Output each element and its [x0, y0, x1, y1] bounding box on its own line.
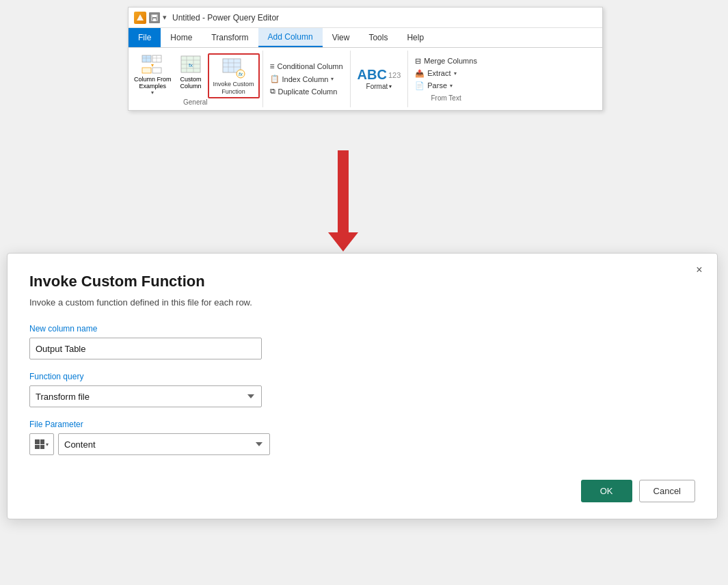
arrow-head: [328, 232, 358, 251]
conditional-column-icon: ≡: [270, 62, 275, 71]
merge-columns-button[interactable]: ⊟ Merge Columns: [414, 56, 478, 66]
custom-column-button[interactable]: fx CustomColumn: [176, 53, 206, 91]
custom-column-label: CustomColumn: [180, 76, 202, 90]
svg-marker-0: [137, 14, 144, 21]
dropdown-arrow-title[interactable]: ▾: [163, 13, 167, 22]
merge-columns-label: Merge Columns: [424, 57, 477, 65]
svg-marker-10: [151, 64, 154, 67]
tab-view[interactable]: View: [323, 28, 360, 47]
svg-rect-7: [152, 55, 161, 62]
new-column-name-label: New column name: [29, 324, 695, 334]
duplicate-column-button[interactable]: ⧉ Duplicate Column: [269, 86, 345, 96]
abc-icon: ABC: [358, 67, 387, 83]
new-column-name-input[interactable]: [29, 338, 262, 359]
svg-text:fx: fx: [189, 62, 193, 68]
extract-dropdown-icon[interactable]: ▾: [454, 70, 457, 77]
extract-icon: 📤: [415, 69, 424, 78]
format-dropdown[interactable]: ▾: [389, 83, 392, 90]
function-query-label: Function query: [29, 372, 695, 381]
file-parameter-label: File Parameter: [29, 420, 695, 429]
parse-icon: 📄: [415, 81, 424, 90]
custom-column-icon: fx: [180, 55, 202, 76]
invoke-custom-function-dialog: × Invoke Custom Function Invoke a custom…: [7, 253, 718, 519]
dialog-title: Invoke Custom Function: [29, 273, 695, 290]
format-label: Format: [366, 83, 388, 90]
parse-button[interactable]: 📄 Parse ▾: [414, 81, 478, 91]
svg-rect-12: [152, 68, 161, 73]
tab-transform[interactable]: Transform: [202, 28, 258, 47]
svg-rect-11: [142, 68, 151, 73]
arrow: [328, 150, 358, 251]
duplicate-column-label: Duplicate Column: [278, 87, 338, 96]
tab-tools[interactable]: Tools: [359, 28, 397, 47]
ribbon-container: ▾ Untitled - Power Query Editor File Hom…: [128, 7, 603, 111]
tab-add-column[interactable]: Add Column: [258, 28, 323, 47]
conditional-column-label: Conditional Column: [278, 62, 343, 70]
index-dropdown-icon[interactable]: ▾: [331, 76, 334, 82]
arrow-shaft: [338, 150, 349, 232]
general-group-buttons: Column FromExamples ▾ fx: [131, 51, 260, 98]
app-icon: [134, 12, 146, 24]
from-text-group: ⊟ Merge Columns 📤 Extract ▾ 📄 Parse ▾ Fr…: [408, 51, 484, 107]
app-title: Untitled - Power Query Editor: [172, 13, 279, 23]
dialog-subtitle: Invoke a custom function defined in this…: [29, 297, 695, 308]
invoke-custom-function-icon: fx: [221, 56, 246, 81]
index-column-button[interactable]: 📋 Index Column ▾: [269, 74, 345, 84]
ok-button[interactable]: OK: [581, 480, 632, 502]
general-group: Column FromExamples ▾ fx: [129, 51, 263, 107]
table-icon: [35, 439, 44, 449]
save-icon[interactable]: [149, 12, 160, 23]
type-chevron-down-icon: ▾: [46, 441, 49, 448]
format-label-row: Format ▾: [366, 83, 392, 90]
function-query-select[interactable]: Transform file: [29, 385, 262, 407]
tab-help[interactable]: Help: [397, 28, 433, 47]
tab-file[interactable]: File: [129, 28, 161, 47]
file-parameter-select[interactable]: Content: [58, 433, 270, 455]
invoke-custom-function-label: Invoke CustomFunction: [213, 81, 254, 96]
parse-dropdown-icon[interactable]: ▾: [450, 83, 453, 89]
column-from-examples-dropdown[interactable]: ▾: [151, 90, 154, 96]
duplicate-column-icon: ⧉: [270, 87, 275, 96]
cancel-button[interactable]: Cancel: [639, 480, 695, 502]
merge-columns-icon: ⊟: [415, 57, 421, 66]
format-button[interactable]: ABC 123: [358, 67, 401, 83]
extract-button[interactable]: 📤 Extract ▾: [414, 68, 478, 79]
ribbon-tabs: File Home Transform Add Column View Tool…: [129, 28, 602, 48]
parse-label: Parse: [427, 81, 447, 90]
svg-rect-2: [153, 18, 156, 21]
file-parameter-row: ▾ Content: [29, 433, 695, 455]
format-group: ABC 123 Format ▾: [351, 51, 409, 107]
conditional-column-button[interactable]: ≡ Conditional Column: [269, 61, 345, 72]
file-param-type-button[interactable]: ▾: [29, 433, 54, 455]
dialog-footer: OK Cancel: [29, 480, 695, 502]
column-options-group: ≡ Conditional Column 📋 Index Column ▾ ⧉ …: [263, 51, 351, 107]
column-from-examples-button[interactable]: Column FromExamples ▾: [131, 53, 174, 97]
tab-home[interactable]: Home: [161, 28, 202, 47]
svg-text:fx: fx: [238, 71, 243, 77]
general-group-label: General: [131, 98, 260, 107]
index-column-icon: 📋: [270, 74, 280, 83]
from-text-group-label: From Text: [414, 94, 478, 102]
extract-label: Extract: [427, 69, 450, 77]
svg-rect-3: [152, 15, 157, 17]
ribbon-content: Column FromExamples ▾ fx: [129, 48, 602, 110]
svg-rect-4: [142, 55, 151, 62]
invoke-custom-function-button[interactable]: fx Invoke CustomFunction: [208, 53, 260, 98]
column-from-examples-icon: [141, 55, 163, 76]
title-bar: ▾ Untitled - Power Query Editor: [129, 8, 602, 28]
title-bar-icons: ▾: [134, 12, 167, 24]
index-column-label: Index Column: [282, 75, 329, 83]
column-from-examples-label: Column FromExamples: [134, 76, 172, 90]
abc-123-icon: 123: [388, 71, 401, 79]
close-button[interactable]: ×: [691, 262, 707, 278]
